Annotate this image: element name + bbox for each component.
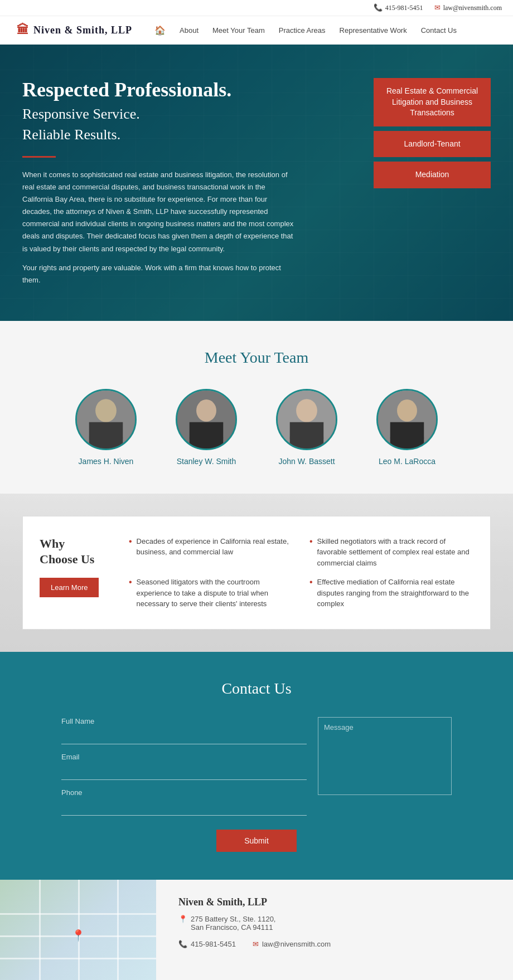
team-member-niven[interactable]: James H. Niven (67, 389, 145, 466)
nav-contact[interactable]: Contact Us (421, 26, 457, 35)
why-bullet-2: • (129, 577, 132, 588)
top-bar: 📞 415-981-5451 ✉ law@nivensmith.com (0, 0, 513, 16)
footer-firm-name: Niven & Smith, LLP (178, 896, 491, 908)
footer-addr-2: San Francisco, CA 94111 (191, 923, 273, 932)
map-road (117, 880, 119, 980)
phone-bar[interactable]: 📞 415-981-5451 (374, 3, 423, 12)
why-section-wrapper: WhyChoose Us Learn More • Decades of exp… (0, 494, 513, 652)
nav-practice-areas[interactable]: Practice Areas (279, 26, 326, 35)
location-icon: 📍 (178, 915, 187, 923)
message-textarea[interactable] (318, 717, 452, 795)
team-name-smith: Stanley W. Smith (177, 457, 236, 466)
map-placeholder: 📍 (0, 880, 156, 980)
footer-phone[interactable]: 📞 415-981-5451 (178, 940, 236, 948)
full-name-input[interactable] (61, 727, 307, 744)
email-group: Email (61, 753, 307, 780)
footer-info: 📍 Niven & Smith, LLP 📍 275 Battery St., … (0, 880, 513, 980)
email-icon: ✉ (434, 3, 441, 12)
footer-email-address: law@nivensmith.com (262, 940, 331, 948)
svg-rect-15 (390, 422, 424, 448)
hero-subtitle-line2: Reliable Results. (22, 126, 120, 143)
hero-btn-landlord[interactable]: Landlord-Tenant (374, 131, 491, 158)
hero-para1: When it comes to sophisticated real esta… (22, 169, 296, 255)
nav-representative-work[interactable]: Representative Work (340, 26, 407, 35)
nav-meet-team[interactable]: Meet Your Team (212, 26, 265, 35)
contact-title: Contact Us (22, 680, 491, 698)
footer-email-icon: ✉ (253, 940, 259, 948)
contact-fields: Full Name Email Phone (61, 717, 307, 816)
why-left: WhyChoose Us Learn More (40, 536, 112, 597)
svg-point-1 (95, 399, 117, 422)
phone-input[interactable] (61, 798, 307, 816)
hero-subtitle-line1: Responsive Service. (22, 106, 140, 122)
svg-point-13 (397, 399, 417, 422)
email-input[interactable] (61, 762, 307, 780)
navbar: 🏛 Niven & Smith, LLP 🏠 About Meet Your T… (0, 16, 513, 45)
message-wrap (318, 717, 452, 816)
contact-section: Contact Us Full Name Email Phone Submit (0, 652, 513, 880)
team-member-bassett[interactable]: John W. Bassett (268, 389, 346, 466)
team-section-title: Meet Your Team (22, 349, 491, 367)
footer-phone-icon: 📞 (178, 940, 187, 948)
phone-label: Phone (61, 788, 307, 797)
phone-group: Phone (61, 788, 307, 816)
svg-point-9 (296, 399, 317, 422)
why-item-3: • Skilled negotiators with a track recor… (309, 536, 473, 569)
hero-btn-real-estate[interactable]: Real Estate & Commercial Litigation and … (374, 78, 491, 126)
footer-map: 📍 (0, 880, 156, 980)
logo[interactable]: 🏛 Niven & Smith, LLP (17, 23, 132, 37)
team-name-bassett: John W. Bassett (278, 457, 335, 466)
team-grid: James H. Niven Stanley W. Smith (22, 389, 491, 466)
home-icon[interactable]: 🏠 (154, 25, 166, 36)
email-address: law@nivensmith.com (443, 4, 502, 12)
why-bullet-3: • (309, 536, 313, 548)
why-content: • Decades of experience in California re… (129, 536, 473, 610)
footer-contact-row: 📞 415-981-5451 ✉ law@nivensmith.com (178, 940, 491, 948)
logo-icon: 🏛 (17, 23, 29, 37)
svg-rect-3 (89, 422, 123, 448)
team-name-larocca: Leo M. LaRocca (379, 457, 435, 466)
email-label: Email (61, 753, 307, 761)
email-bar[interactable]: ✉ law@nivensmith.com (434, 3, 502, 12)
submit-button[interactable]: Submit (216, 830, 297, 852)
avatar-larocca (376, 389, 438, 450)
team-member-larocca[interactable]: Leo M. LaRocca (368, 389, 446, 466)
why-text-4: Effective mediation of California real e… (317, 577, 473, 610)
phone-icon: 📞 (374, 3, 383, 12)
svg-point-5 (196, 399, 216, 422)
hero-section: Respected Professionals. Responsive Serv… (0, 45, 513, 321)
footer-email[interactable]: ✉ law@nivensmith.com (253, 940, 331, 948)
svg-rect-11 (290, 422, 324, 448)
phone-number: 415-981-5451 (385, 4, 423, 12)
learn-more-button[interactable]: Learn More (40, 578, 99, 597)
avatar-bassett (276, 389, 337, 450)
svg-rect-7 (190, 422, 224, 448)
why-text-3: Skilled negotiators with a track record … (317, 536, 473, 569)
footer-address-text: 275 Battery St., Ste. 1120, San Francisc… (191, 915, 275, 932)
hero-right-buttons: Real Estate & Commercial Litigation and … (374, 78, 491, 188)
why-text-1: Decades of experience in California real… (137, 536, 293, 558)
logo-text: Niven & Smith, LLP (33, 25, 132, 36)
team-member-smith[interactable]: Stanley W. Smith (167, 389, 245, 466)
team-name-niven: James H. Niven (79, 457, 134, 466)
hero-left-content: Respected Professionals. Responsive Serv… (22, 78, 312, 293)
why-text-2: Seasoned litigators with the courtroom e… (137, 577, 293, 610)
footer-addr-line1: 📍 275 Battery St., Ste. 1120, San Franci… (178, 915, 491, 932)
hero-title: Respected Professionals. (22, 78, 296, 102)
avatar-niven (75, 389, 137, 450)
hero-btn-mediation[interactable]: Mediation (374, 162, 491, 188)
why-box: WhyChoose Us Learn More • Decades of exp… (22, 516, 491, 630)
footer-phone-number: 415-981-5451 (191, 940, 236, 948)
why-bullet-4: • (309, 577, 313, 588)
map-pin: 📍 (71, 929, 85, 942)
footer-address: Niven & Smith, LLP 📍 275 Battery St., St… (156, 880, 513, 980)
why-item-4: • Effective mediation of California real… (309, 577, 473, 610)
team-section: Meet Your Team James H. Niven (0, 321, 513, 494)
why-title: WhyChoose Us (40, 536, 112, 568)
avatar-smith (176, 389, 237, 450)
hero-divider (22, 156, 56, 158)
why-bullet-1: • (129, 536, 132, 548)
nav-about[interactable]: About (180, 26, 199, 35)
full-name-group: Full Name (61, 717, 307, 744)
nav-links: 🏠 About Meet Your Team Practice Areas Re… (154, 25, 457, 36)
